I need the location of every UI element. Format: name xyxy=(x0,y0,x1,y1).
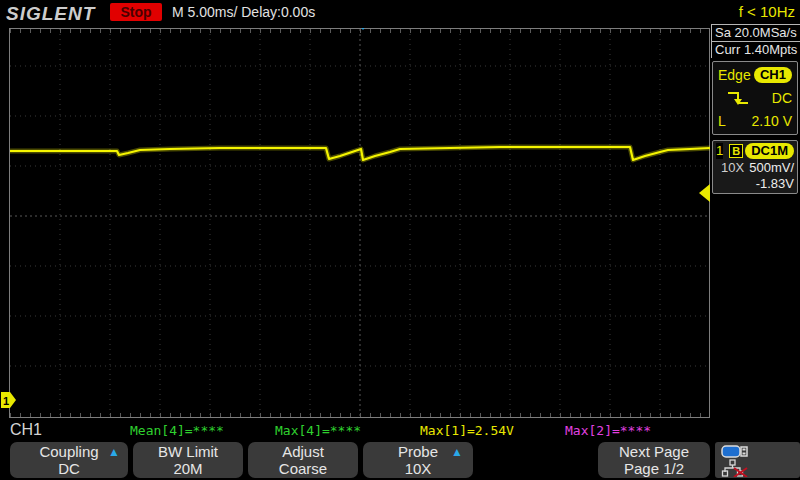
timebase-readout: M 5.00ms/ Delay:0.00s xyxy=(172,4,315,20)
lan-disconnected-icon xyxy=(721,459,755,477)
ground-marker-label: 1 xyxy=(3,395,9,407)
expand-arrow-icon: ▲ xyxy=(451,444,463,461)
trigger-frequency-readout: f < 10Hz xyxy=(739,3,795,20)
menu-button-next-page[interactable]: Next Page Page 1/2 xyxy=(598,442,710,478)
trigger-source-badge: CH1 xyxy=(754,67,792,83)
menu-button-adjust[interactable]: Adjust Coarse xyxy=(248,442,358,478)
acquisition-info-panel: Sa 20.0MSa/s Curr 1.40Mpts xyxy=(711,24,800,58)
volts-per-div-readout: 500mV/ xyxy=(749,160,794,175)
expand-arrow-icon: ▲ xyxy=(108,444,120,461)
falling-edge-icon xyxy=(726,89,750,107)
measurement-bar: CH1 Mean[4]=**** Max[4]=**** Max[1]=2.54… xyxy=(0,420,800,440)
run-state-badge: Stop xyxy=(110,3,162,21)
graticule: 1 xyxy=(0,0,800,480)
trigger-level-readout: 2.10 V xyxy=(752,113,792,129)
brand-logo: SIGLENT xyxy=(6,3,95,25)
trigger-level-marker[interactable] xyxy=(699,184,710,202)
usb-icon xyxy=(721,444,751,459)
channel-coupling-badge: DC1M xyxy=(745,143,794,159)
menu-button-bw-limit[interactable]: BW Limit 20M xyxy=(133,442,243,478)
measurement-max1: Max[1]=2.54V xyxy=(420,423,514,438)
measurement-max4: Max[4]=**** xyxy=(275,423,361,438)
probe-attenuation-readout: 10X xyxy=(721,160,744,175)
memory-depth-readout: Curr 1.40Mpts xyxy=(712,42,800,58)
menu-button-probe[interactable]: Probe ▲ 10X xyxy=(363,442,473,478)
grid-lines xyxy=(10,29,709,417)
status-icon-panel xyxy=(715,442,800,478)
trigger-mode-label: Edge xyxy=(718,67,751,83)
sample-rate-readout: Sa 20.0MSa/s xyxy=(712,25,800,42)
bandwidth-limit-icon: B xyxy=(729,144,743,158)
channel-label: CH1 xyxy=(10,421,42,439)
channel-number: 1 xyxy=(716,143,723,159)
channel1-info-panel: 1 B DC1M 10X 500mV/ -1.83V xyxy=(712,140,798,194)
trigger-level-label: L xyxy=(718,113,726,129)
oscilloscope-screen: 1 SIGLENT Stop M 5.00ms/ Delay:0.00s f <… xyxy=(0,0,800,480)
trigger-coupling-readout: DC xyxy=(772,90,792,106)
top-status-bar: SIGLENT Stop M 5.00ms/ Delay:0.00s f < 1… xyxy=(0,0,800,28)
measurement-max2: Max[2]=**** xyxy=(565,423,651,438)
measurement-mean4: Mean[4]=**** xyxy=(130,423,224,438)
channel-offset-readout: -1.83V xyxy=(756,176,794,191)
menu-button-coupling[interactable]: Coupling ▲ DC xyxy=(10,442,128,478)
channel1-ground-marker[interactable]: 1 xyxy=(1,392,16,408)
trigger-info-panel: Edge CH1 DC L 2.10 V xyxy=(712,61,798,135)
